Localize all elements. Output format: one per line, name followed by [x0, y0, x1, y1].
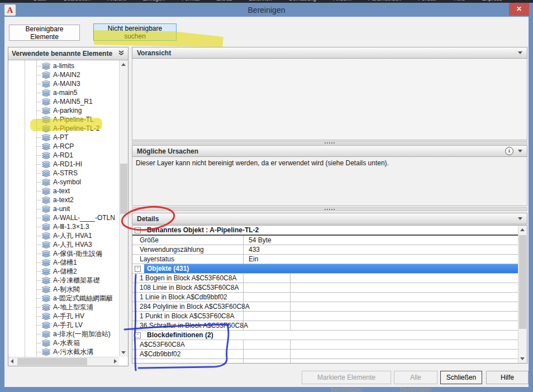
details-row[interactable]: 284 Polylinie in Block A$C53F60C8A	[132, 302, 518, 312]
scrollbar-thumb[interactable]	[120, 164, 127, 214]
details-row[interactable]: 1 Bogen in Block A$C53F60C8A	[132, 274, 518, 283]
details-row[interactable]: Größe54 Byte	[132, 236, 518, 245]
layer-icon	[41, 205, 51, 213]
expand-toggle-icon[interactable]: -	[135, 227, 141, 233]
details-row[interactable]: -Benanntes Objekt : A-Pipeline-TL-2	[132, 226, 518, 236]
details-row[interactable]: 1 Punkt in Block A$C53F60C8A	[132, 312, 518, 321]
tree-connector	[36, 280, 41, 281]
scroll-down-icon[interactable]	[520, 357, 525, 360]
preview-area	[132, 59, 527, 140]
details-row[interactable]: 108 Linie in Block A$C53F60C8A	[132, 283, 518, 293]
layer-icon	[41, 268, 51, 275]
chevron-down-icon[interactable]	[518, 51, 522, 54]
layer-icon	[41, 63, 51, 70]
dialog-title: Bereinigen	[0, 6, 533, 15]
details-group-label: Benanntes Objekt : A-Pipeline-TL-2	[144, 226, 518, 235]
scroll-left-icon[interactable]	[11, 359, 13, 364]
help-button[interactable]: Hilfe	[486, 371, 529, 384]
tree-item-label: A-制水閥	[53, 285, 80, 294]
details-item-label	[132, 359, 244, 364]
expand-toggle-icon[interactable]: -	[135, 332, 141, 338]
layer-icon	[41, 98, 51, 106]
close-button[interactable]: ✕	[509, 3, 529, 16]
tree-connector	[36, 155, 41, 156]
named-items-panel: Verwendete benannte Elemente a-limits	[8, 47, 129, 366]
tree-item-label: A-STRS	[53, 169, 78, 177]
splitter-handle[interactable]	[132, 207, 527, 211]
details-vertical-scrollbar[interactable]	[518, 226, 527, 363]
tree-item-label: A-MAIN5_R1	[53, 98, 93, 106]
layer-icon	[41, 152, 51, 159]
tree-item-label: a-limits	[53, 62, 74, 70]
tree-connector	[36, 271, 41, 272]
close-dialog-button[interactable]: Schließen	[440, 371, 482, 384]
expand-toggle-icon[interactable]: -	[135, 266, 141, 272]
details-table: -Benanntes Objekt : A-Pipeline-TL-2Größe…	[132, 225, 527, 364]
tree-connector	[36, 182, 41, 183]
scroll-up-icon[interactable]	[121, 63, 126, 66]
details-cell	[244, 293, 291, 302]
tree-item-label: a-unit	[53, 205, 70, 213]
purge-all-button[interactable]: Alle bereinigen	[394, 371, 437, 384]
tree-item-label: a-text2	[53, 196, 74, 204]
info-icon[interactable]: i	[505, 147, 513, 155]
details-row[interactable]	[132, 359, 518, 364]
tree-connector	[36, 218, 41, 218]
tree-vertical-scrollbar[interactable]	[119, 60, 128, 357]
tree-horizontal-scrollbar[interactable]	[8, 357, 119, 366]
tree-item-label: A-PT	[53, 133, 68, 141]
details-row[interactable]: -Objekte (431)	[132, 264, 518, 274]
details-cell	[244, 274, 291, 283]
scroll-down-icon[interactable]	[121, 351, 126, 354]
details-item-label: A$C53F60C8A	[132, 340, 244, 349]
preview-header: Voransicht	[132, 47, 527, 59]
causes-text-area: Dieser Layer kann nicht bereinigt werden…	[132, 157, 527, 206]
details-row[interactable]: LayerstatusEin	[132, 255, 518, 264]
preview-title: Voransicht	[137, 49, 171, 57]
collapse-all-icon[interactable]	[118, 50, 125, 58]
layer-icon	[41, 331, 51, 338]
tree-connector	[36, 111, 41, 111]
tree-item-label: A-污水截水溝	[53, 347, 93, 357]
scroll-up-icon[interactable]	[520, 228, 525, 231]
layer-icon	[41, 188, 51, 195]
chevron-down-icon[interactable]	[518, 217, 522, 220]
tab-purgeable-items[interactable]: Bereinigbare Elemente	[9, 25, 80, 41]
layer-icon	[41, 286, 51, 293]
layer-icon	[41, 340, 51, 347]
details-row[interactable]: A$C53F60C8A	[132, 340, 518, 350]
scrollbar-thumb[interactable]	[17, 358, 87, 365]
details-title: Details	[137, 215, 159, 223]
details-row[interactable]: A$Cdb9bbf02	[132, 350, 518, 359]
details-header: Details	[132, 213, 527, 224]
tree-item-label: A-WALL-____-OTLN	[53, 214, 115, 222]
tree-item-label: A-人孔 HVA3	[53, 240, 92, 250]
causes-header: Mögliche Ursachen i	[132, 145, 527, 157]
tree-connector	[36, 262, 41, 263]
details-row[interactable]: 1 Linie in Block A$Cdb9bbf02	[132, 293, 518, 302]
layer-icon	[41, 232, 51, 240]
layer-icon	[41, 304, 51, 311]
details-cell	[244, 302, 291, 311]
details-row[interactable]: -Blockdefinitionen (2)	[132, 331, 518, 340]
purge-selected-button[interactable]: Markierte Elemente bereinigen	[302, 371, 391, 384]
details-cell	[244, 283, 291, 292]
tab-find-non-purgeable[interactable]: Nicht bereinigbare suchen	[93, 23, 177, 41]
tree-item-label: A-RD1	[53, 151, 73, 159]
details-row[interactable]: 36 Schraffur in Block A$C53F60C8A	[132, 321, 518, 331]
tree-connector	[36, 173, 41, 174]
details-row[interactable]: Verwendungszählung433	[132, 245, 518, 255]
splitter-handle[interactable]	[132, 141, 527, 145]
layer-icon	[41, 116, 51, 123]
details-item-label: 1 Linie in Block A$Cdb9bbf02	[132, 293, 244, 302]
chevron-down-icon[interactable]	[518, 150, 522, 152]
layer-icon	[41, 170, 51, 177]
details-cell	[244, 359, 291, 364]
tree-connector	[36, 66, 41, 66]
details-prop-value: Ein	[249, 255, 258, 264]
scroll-right-icon[interactable]	[114, 359, 117, 364]
scrollbar-thumb[interactable]	[519, 235, 526, 329]
dialog-titlebar[interactable]: A Bereinigen ✕	[0, 3, 533, 17]
tree-connector	[36, 343, 41, 343]
tree-connector	[36, 236, 41, 236]
